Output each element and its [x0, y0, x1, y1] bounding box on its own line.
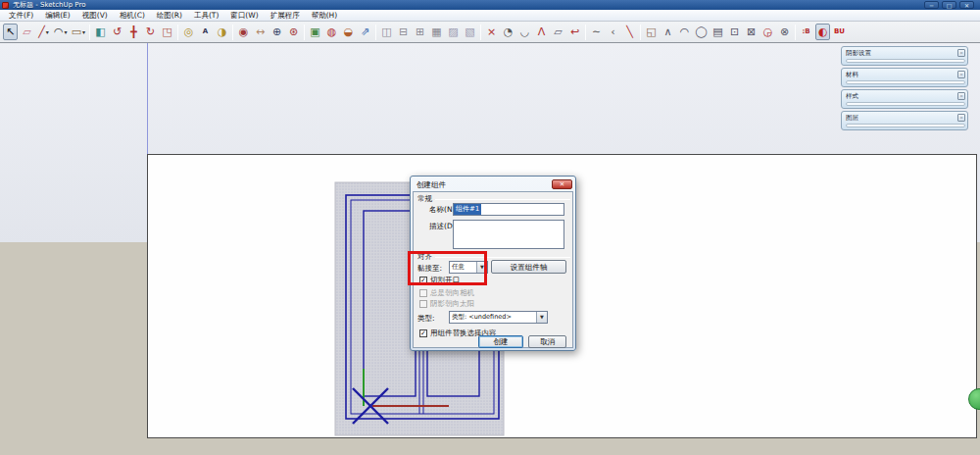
- window-controls: ─ □ ✕: [924, 1, 974, 9]
- toolbar-separator: [585, 25, 586, 40]
- toolbar-separator: [232, 25, 233, 40]
- create-button[interactable]: 创建: [478, 335, 523, 348]
- pushpull-tool-icon[interactable]: ◧: [93, 24, 108, 40]
- blue-axis-line: [147, 43, 148, 154]
- menu-view[interactable]: 视图(V): [76, 10, 114, 22]
- plugin-swirl-icon[interactable]: ◐: [815, 24, 830, 40]
- cancel-button[interactable]: 取消: [528, 335, 566, 348]
- grid-tool-icon[interactable]: ⊞: [413, 24, 427, 40]
- tray-header[interactable]: 图层▫: [846, 114, 965, 122]
- measure-cross-icon[interactable]: ×: [484, 24, 499, 40]
- tray-materials[interactable]: 材料▫: [841, 68, 968, 87]
- sphere-tool-icon[interactable]: ◯: [694, 24, 709, 40]
- pages-tool-icon[interactable]: ▤: [710, 24, 725, 40]
- maximize-button[interactable]: □: [942, 1, 956, 9]
- arc-tool-icon[interactable]: ◠▾: [53, 24, 69, 40]
- angle-frame-icon[interactable]: Λ: [534, 24, 549, 40]
- select-tool-icon[interactable]: ↖: [3, 24, 18, 40]
- zoom-extents-icon[interactable]: ⊛: [286, 24, 301, 40]
- note-tool-icon[interactable]: ⊡: [727, 24, 742, 40]
- minimize-button[interactable]: ─: [924, 1, 939, 9]
- quad-tool-icon[interactable]: ▱: [551, 24, 565, 40]
- menu-file[interactable]: 文件(F): [3, 10, 39, 22]
- tray-detach-button[interactable]: ▫: [957, 114, 965, 122]
- grid-dense-icon[interactable]: ▦: [429, 24, 444, 40]
- zoom-tool-icon[interactable]: ⊕: [270, 24, 284, 40]
- frame-tool-icon[interactable]: ⊠: [744, 24, 759, 40]
- redo-path-icon[interactable]: ↩: [567, 24, 582, 40]
- pan-tool-icon[interactable]: ↔: [253, 24, 268, 40]
- rotate-tool-icon[interactable]: ↻: [143, 24, 158, 40]
- protractor-tool-icon[interactable]: ◔: [501, 24, 515, 40]
- rectangle-tool-icon[interactable]: ▭▾: [71, 24, 86, 40]
- tray-layers[interactable]: 图层▫: [841, 111, 968, 130]
- shadows-face-sun-label: 阴影朝向太阳: [430, 299, 474, 309]
- tray-shadow-settings[interactable]: 阴影设置▫: [841, 46, 968, 66]
- toolbar-separator: [795, 25, 796, 40]
- description-input[interactable]: [453, 220, 564, 249]
- menu-draw[interactable]: 绘图(R): [151, 10, 188, 22]
- freehand-tool-icon[interactable]: ╲: [622, 24, 637, 40]
- mirror-tool-icon[interactable]: ∧: [661, 24, 675, 40]
- tape-measure-icon[interactable]: ◎: [181, 24, 196, 40]
- dialog-title: 创建组件: [413, 178, 573, 191]
- knife-tool-icon[interactable]: ⊗: [777, 24, 792, 40]
- dome-tool-icon[interactable]: ◠: [677, 24, 692, 40]
- name-input[interactable]: 组件#1: [453, 203, 564, 216]
- eraser-tool-icon[interactable]: ▱: [20, 24, 34, 40]
- warehouse-download-icon[interactable]: ◍: [324, 24, 339, 40]
- scale-tool-icon[interactable]: ◳: [160, 24, 174, 40]
- move-tool-icon[interactable]: ╋: [126, 24, 141, 40]
- toolbar-separator: [640, 25, 641, 40]
- toolbar-separator: [375, 25, 376, 40]
- warehouse-share-icon[interactable]: ◒: [341, 24, 356, 40]
- menu-help[interactable]: 帮助(H): [306, 10, 344, 22]
- plugin-b-icon[interactable]: :B: [799, 24, 813, 40]
- tray-detach-button[interactable]: ▫: [957, 92, 965, 100]
- line-tool-icon[interactable]: ╱▾: [36, 24, 51, 40]
- tray-detach-button[interactable]: ▫: [957, 49, 965, 57]
- menu-window[interactable]: 窗口(W): [224, 10, 264, 22]
- chevron-down-icon[interactable]: ▼: [536, 312, 547, 323]
- plugin-bu-icon[interactable]: BU: [832, 24, 847, 40]
- surface-tool-icon[interactable]: ◫: [379, 24, 394, 40]
- compass-tool-icon[interactable]: ◶: [760, 24, 775, 40]
- tray-label: 材料: [846, 71, 858, 78]
- menu-edit[interactable]: 编辑(E): [39, 10, 76, 22]
- arc-check-icon[interactable]: ◡: [517, 24, 532, 40]
- box-3d-icon[interactable]: ◱: [644, 24, 659, 40]
- paint-bucket-icon[interactable]: ◑: [215, 24, 229, 40]
- followme-tool-icon[interactable]: ↺: [110, 24, 124, 40]
- tray-styles[interactable]: 样式▫: [841, 89, 968, 109]
- sketchup-window: 无标题 - SketchUp Pro ─ □ ✕ 文件(F)编辑(E)视图(V)…: [0, 0, 980, 455]
- type-value: 类型: <undefined>: [452, 312, 512, 323]
- hatch-right-icon[interactable]: ▧: [463, 24, 477, 40]
- tray-header[interactable]: 样式▫: [846, 92, 965, 100]
- tray-detach-button[interactable]: ▫: [957, 71, 965, 78]
- menu-extensions[interactable]: 扩展程序: [265, 10, 306, 22]
- tray-collapsed-bar: [846, 80, 965, 84]
- menu-tools[interactable]: 工具(T): [188, 10, 224, 22]
- export-model-icon[interactable]: ⇗: [358, 24, 372, 40]
- always-face-camera-checkbox: 总是朝向相机: [419, 288, 474, 298]
- toolbar-separator: [304, 25, 305, 40]
- curve-tool-icon[interactable]: ∼: [589, 24, 604, 40]
- type-dropdown[interactable]: 类型: <undefined> ▼: [449, 311, 548, 324]
- angle-tool-icon[interactable]: ‹: [606, 24, 620, 40]
- image-tool-icon[interactable]: ▣: [308, 24, 322, 40]
- surface-split-icon[interactable]: ⊟: [396, 24, 411, 40]
- orbit-tool-icon[interactable]: ◉: [236, 24, 251, 40]
- menu-camera[interactable]: 相机(C): [114, 10, 151, 22]
- hatch-left-icon[interactable]: ▨: [446, 24, 461, 40]
- set-axes-button[interactable]: 设置组件轴: [491, 260, 566, 274]
- toolbar: ↖▱╱▾◠▾▭▾◧↺╋↻◳◎A◑◉↔⊕⊛▣◍◒⇗◫⊟⊞▦▨▧×◔◡Λ▱↩∼‹╲◱…: [0, 22, 980, 43]
- dialog-close-icon[interactable]: ✕: [552, 179, 572, 189]
- dropdown-caret-icon[interactable]: ▾: [65, 25, 68, 39]
- dropdown-caret-icon[interactable]: ▾: [46, 25, 49, 39]
- close-button[interactable]: ✕: [959, 1, 974, 9]
- tray-collapsed-bar: [846, 102, 965, 106]
- tray-header[interactable]: 阴影设置▫: [846, 49, 965, 57]
- tray-header[interactable]: 材料▫: [846, 71, 965, 78]
- dimension-text-icon[interactable]: A: [198, 24, 213, 40]
- dropdown-caret-icon[interactable]: ▾: [82, 25, 85, 39]
